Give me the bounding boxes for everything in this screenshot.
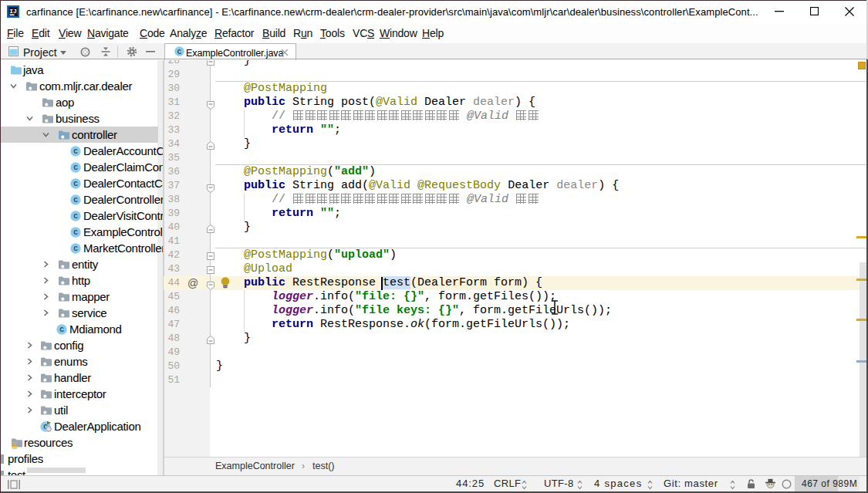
svg-text:C: C — [177, 49, 182, 56]
